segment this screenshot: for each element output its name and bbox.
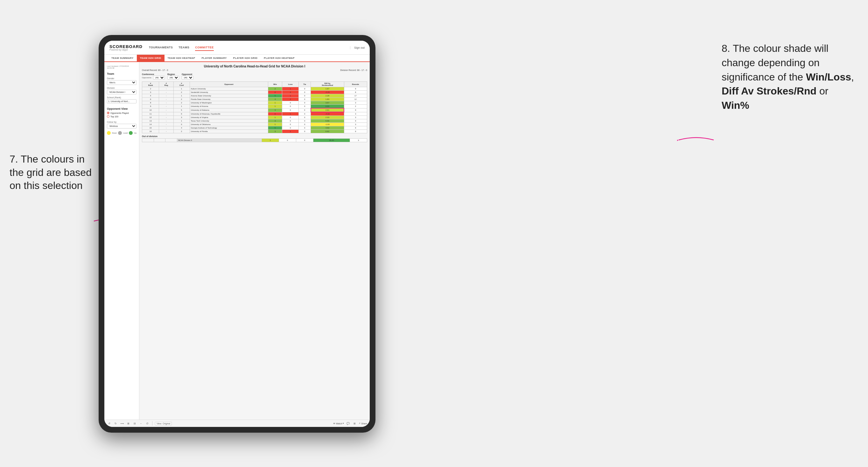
overall-record: Overall Record: 89 - 17 - 0 — [142, 69, 168, 71]
sign-out-button[interactable]: Sign out — [350, 46, 365, 49]
layout-icon[interactable]: ⊞ — [352, 421, 357, 426]
ood-win: 1 — [262, 139, 279, 142]
cell-tie: 0 — [299, 130, 311, 133]
filter-region: Region (All) — [167, 73, 179, 80]
cell-rounds: 8 — [344, 91, 367, 94]
legend-level-dot — [118, 131, 122, 135]
cell-rounds: 8 — [344, 108, 367, 112]
cell-loss: 1 — [282, 87, 299, 91]
conference-select[interactable]: (All) — [153, 76, 165, 80]
cell-tie: 0 — [299, 119, 311, 123]
paste-icon[interactable]: ⊟ — [132, 421, 137, 426]
table-row: 12 - 3 University of Virginia 1 0 0 2.33… — [142, 116, 367, 119]
redo-icon[interactable]: ↻ — [113, 421, 118, 426]
cell-loss: 0 — [282, 116, 299, 119]
nav-committee[interactable]: COMMITTEE — [195, 44, 214, 51]
view-original-button[interactable]: View: Original — [155, 422, 172, 425]
table-row: 13 - 1 Texas Tech University 3 0 0 5.56 … — [142, 119, 367, 123]
cell-rank: 10 — [142, 108, 159, 112]
cell-conf: 2 — [174, 101, 190, 105]
logo-title: SCOREBOARD — [110, 44, 143, 49]
legend-down-dot — [107, 131, 111, 135]
legend-up-label: Up — [134, 132, 136, 134]
cell-reg: - — [159, 112, 174, 116]
table-row: 10 - 5 University of Alabama 3 0 0 2.61 … — [142, 108, 367, 112]
region-select[interactable]: (All) — [167, 76, 179, 80]
cell-conf: 2 — [174, 91, 190, 94]
cell-reg: - — [159, 130, 174, 133]
nav-tournaments[interactable]: TOURNAMENTS — [149, 44, 173, 51]
share-button[interactable]: ↗ Share — [359, 422, 367, 425]
tab-team-summary[interactable]: TEAM SUMMARY — [108, 55, 137, 61]
cell-rank: 3 — [142, 91, 159, 94]
cell-rank: 12 — [142, 116, 159, 119]
last-updated: Last Updated: 27/03/2024 16:55:38 — [107, 65, 136, 69]
toolbar-right: 👁 Watch ▾ 💬 ⊞ ↗ Share — [333, 421, 367, 426]
cell-diff: 5.56 — [311, 119, 344, 123]
opponent-select[interactable]: (All) — [182, 76, 193, 80]
comment-icon[interactable]: 💬 — [346, 421, 350, 426]
watch-button[interactable]: 👁 Watch ▾ — [333, 422, 344, 425]
cell-opponent: University of Arizona — [190, 105, 268, 108]
cell-rank: 14 — [142, 123, 159, 126]
col-loss: Loss — [282, 82, 299, 87]
tablet-frame: SCOREBOARD Powered by clippd TOURNAMENTS… — [99, 35, 375, 433]
cell-loss: 0 — [282, 108, 299, 112]
minus-icon[interactable]: − — [139, 421, 143, 426]
cell-rank: 4 — [142, 94, 159, 98]
cell-rank: 6 — [142, 98, 159, 101]
filter-conference: Conference Opponents: (All) — [142, 73, 165, 80]
cell-diff: 3.67 — [311, 101, 344, 105]
cell-diff: 2.33 — [311, 116, 344, 119]
radio-top100-label: Top 100 — [111, 116, 118, 118]
cell-diff: -1.00 — [311, 123, 344, 126]
gender-select[interactable]: Men's — [107, 80, 136, 85]
cell-win: 3 — [268, 130, 282, 133]
table-row: 15 - 4 Georgia Institute of Technology 5… — [142, 126, 367, 130]
cell-conf: 3 — [174, 116, 190, 119]
forward-icon[interactable]: ⟶ — [120, 421, 124, 426]
tab-team-h2h-heatmap[interactable]: TEAM H2H HEATMAP — [164, 55, 198, 61]
tab-player-h2h-grid[interactable]: PLAYER H2H GRID — [230, 55, 261, 61]
tab-player-h2h-heatmap[interactable]: PLAYER H2H HEATMAP — [260, 55, 298, 61]
nav-teams[interactable]: TEAMS — [179, 44, 189, 51]
clock-icon[interactable]: ⏱ — [145, 421, 150, 426]
radio-top100[interactable]: Top 100 — [107, 115, 136, 118]
copy-icon[interactable]: ⊞ — [126, 421, 130, 426]
cell-opponent: University of Virginia — [190, 116, 268, 119]
tab-team-h2h-grid[interactable]: TEAM H2H GRID — [137, 55, 164, 61]
cell-diff: -2.29 — [311, 91, 344, 94]
data-table: #Rank #Reg #Conf Opponent Win Loss Tie D… — [142, 82, 367, 133]
cell-conf: 1 — [174, 105, 190, 108]
radio-opponents-played[interactable]: Opponents Played — [107, 112, 136, 114]
division-select[interactable]: NCAA Division I — [107, 90, 136, 94]
school-value: 1. University of Nort... — [107, 99, 136, 103]
cell-win: 5 — [268, 126, 282, 130]
cell-rounds: 9 — [344, 126, 367, 130]
filter-opponent: Opponent (All) — [182, 73, 193, 80]
cell-loss: 0 — [282, 101, 299, 105]
colour-by-select[interactable]: Win/loss — [107, 124, 136, 128]
cell-diff: 1.83 — [311, 98, 344, 101]
division-label: Division — [107, 87, 136, 89]
cell-diff: 9.00 — [311, 105, 344, 108]
cell-tie: 0 — [299, 123, 311, 126]
tab-player-summary[interactable]: PLAYER SUMMARY — [198, 55, 230, 61]
cell-opponent: Georgia Institute of Technology — [190, 126, 268, 130]
cell-diff: 2.61 — [311, 108, 344, 112]
ood-loss: 0 — [279, 139, 296, 142]
cell-conf: 5 — [174, 108, 190, 112]
cell-conf: 2 — [174, 130, 190, 133]
cell-tie: 0 — [299, 105, 311, 108]
colour-legend: Down Level Up — [107, 131, 136, 135]
col-rounds: Rounds — [344, 82, 367, 87]
ood-rounds: 3 — [350, 139, 367, 142]
cell-diff: -4.33 — [311, 112, 344, 116]
cell-reg: - — [159, 101, 174, 105]
grid-area: University of North Carolina Head-to-Hea… — [140, 62, 370, 419]
radio-top100-icon — [107, 115, 110, 118]
legend-up-dot — [129, 131, 133, 135]
undo-icon[interactable]: ↺ — [107, 421, 111, 426]
cell-conf: 1 — [174, 87, 190, 91]
cell-tie: 0 — [299, 116, 311, 119]
